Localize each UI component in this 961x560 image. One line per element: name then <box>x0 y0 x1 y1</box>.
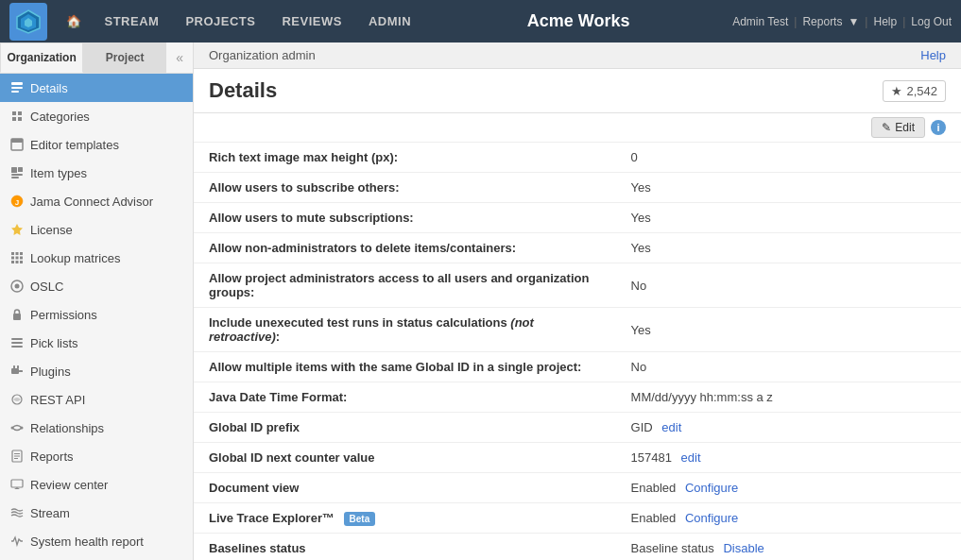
main-layout: Organization Project « Details Categorie… <box>0 42 961 560</box>
row-value: Yes <box>616 233 961 263</box>
license-icon <box>9 222 25 237</box>
document-view-value: Enabled <box>631 481 677 495</box>
svg-point-35 <box>21 427 24 430</box>
global-id-counter-edit-link[interactable]: edit <box>681 450 701 465</box>
sidebar-item-reports[interactable]: Reports <box>0 442 193 470</box>
table-row: Global ID next counter value 157481 edit <box>194 443 961 473</box>
baselines-status-value: Baseline status <box>631 541 714 555</box>
sidebar-item-item-types[interactable]: Item types <box>0 159 193 187</box>
table-row: Include unexecuted test runs in status c… <box>194 308 961 352</box>
row-label: Document view <box>194 473 616 503</box>
svg-rect-3 <box>11 82 23 85</box>
app-logo[interactable] <box>9 3 47 41</box>
sidebar-item-jama-advisor[interactable]: J Jama Connect Advisor <box>0 187 193 215</box>
stars-badge[interactable]: ★ 2,542 <box>883 80 946 102</box>
row-label: Global ID prefix <box>194 413 616 443</box>
sidebar-item-label: Relationships <box>30 421 104 435</box>
row-value: MM/dd/yyyy hh:mm:ss a z <box>616 382 961 413</box>
baselines-disable-link[interactable]: Disable <box>723 541 764 555</box>
svg-rect-17 <box>11 257 14 260</box>
svg-rect-14 <box>11 252 14 255</box>
row-label: Allow project administrators access to a… <box>194 263 616 308</box>
sidebar-item-details[interactable]: Details <box>0 74 193 102</box>
tab-project[interactable]: Project <box>83 42 166 73</box>
reports-arrow: ▼ <box>848 15 859 28</box>
sidebar-item-label: Categories <box>30 110 90 124</box>
sidebar-item-lookup-matrices[interactable]: Lookup matrices <box>0 244 193 272</box>
nav-stream[interactable]: STREAM <box>92 0 173 42</box>
row-label: Allow non-administrators to delete items… <box>194 233 616 263</box>
svg-point-34 <box>11 427 14 430</box>
document-view-configure-link[interactable]: Configure <box>685 481 738 495</box>
sidebar-item-pick-lists[interactable]: Pick lists <box>0 329 193 357</box>
sidebar-item-permissions[interactable]: Permissions <box>0 300 193 329</box>
edit-button[interactable]: ✎ Edit <box>871 117 925 138</box>
sidebar-item-oslc[interactable]: OSLC <box>0 272 193 300</box>
reports-link[interactable]: Reports <box>802 15 842 28</box>
sidebar-item-user-groups[interactable]: User groups <box>0 555 193 560</box>
sidebar-item-stream[interactable]: Stream <box>0 499 193 527</box>
sidebar-item-rest-api[interactable]: REST API <box>0 385 193 414</box>
editor-templates-icon <box>9 137 25 152</box>
sidebar-item-system-health[interactable]: System health report <box>0 527 193 555</box>
pick-lists-icon <box>9 335 25 350</box>
review-center-icon <box>9 477 25 492</box>
svg-text:J: J <box>15 198 19 207</box>
sidebar-item-label: Reports <box>30 450 74 464</box>
sidebar-item-plugins[interactable]: Plugins <box>0 357 193 385</box>
sidebar-item-label: Jama Connect Advisor <box>30 195 153 209</box>
sep3: | <box>902 15 905 28</box>
row-value: 0 <box>616 143 961 173</box>
permissions-icon <box>9 307 25 322</box>
svg-rect-10 <box>11 174 23 176</box>
edit-label: Edit <box>895 121 915 134</box>
content-help-link[interactable]: Help <box>920 48 946 62</box>
tab-organization[interactable]: Organization <box>0 42 83 73</box>
svg-rect-21 <box>16 261 19 263</box>
nav-home[interactable]: 🏠 <box>57 0 92 42</box>
sidebar-item-relationships[interactable]: Relationships <box>0 414 193 442</box>
help-link[interactable]: Help <box>873 15 897 28</box>
table-row: Allow users to mute subscriptions: Yes <box>194 203 961 233</box>
sidebar-collapse-btn[interactable]: « <box>166 42 193 74</box>
sidebar-item-review-center[interactable]: Review center <box>0 470 193 499</box>
table-row: Live Trace Explorer™ Beta Enabled Config… <box>194 503 961 534</box>
row-label: Allow multiple items with the same Globa… <box>194 352 616 382</box>
table-row: Rich text image max height (px): 0 <box>194 143 961 173</box>
admin-test-link[interactable]: Admin Test <box>732 15 788 28</box>
global-id-prefix-edit-link[interactable]: edit <box>661 420 681 434</box>
table-row: Allow project administrators access to a… <box>194 263 961 308</box>
table-row: Global ID prefix GID edit <box>194 413 961 443</box>
svg-rect-31 <box>13 365 15 368</box>
svg-rect-9 <box>18 167 23 172</box>
logout-link[interactable]: Log Out <box>911 15 952 28</box>
nav-links: 🏠 STREAM PROJECTS REVIEWS ADMIN <box>57 0 424 42</box>
sidebar-item-label: System health report <box>30 535 144 549</box>
sep2: | <box>865 15 867 28</box>
sidebar-item-categories[interactable]: Categories <box>0 102 193 130</box>
star-icon: ★ <box>891 84 902 98</box>
live-trace-configure-link[interactable]: Configure <box>685 511 738 525</box>
table-row: Allow users to subscribe others: Yes <box>194 173 961 203</box>
sidebar-item-license[interactable]: License <box>0 215 193 244</box>
svg-rect-26 <box>11 338 23 340</box>
plugins-icon <box>9 364 25 379</box>
nav-projects[interactable]: PROJECTS <box>172 0 268 42</box>
svg-rect-25 <box>13 314 21 320</box>
global-id-counter-value: 157481 <box>631 450 672 465</box>
svg-rect-4 <box>11 87 23 89</box>
sidebar-item-editor-templates[interactable]: Editor templates <box>0 130 193 159</box>
nav-reviews[interactable]: REVIEWS <box>268 0 354 42</box>
stream-icon <box>9 505 25 520</box>
info-button[interactable]: i <box>931 120 946 135</box>
svg-rect-37 <box>14 453 20 454</box>
svg-rect-29 <box>11 368 19 374</box>
content-title-bar: Details ★ 2,542 <box>194 69 961 113</box>
svg-rect-19 <box>20 257 23 260</box>
row-label: Include unexecuted test runs in status c… <box>194 308 616 352</box>
sidebar-item-label: Stream <box>30 506 70 520</box>
nav-admin[interactable]: ADMIN <box>355 0 424 42</box>
global-id-prefix-value: GID <box>631 420 653 434</box>
svg-rect-5 <box>11 91 19 93</box>
svg-rect-18 <box>16 257 19 260</box>
